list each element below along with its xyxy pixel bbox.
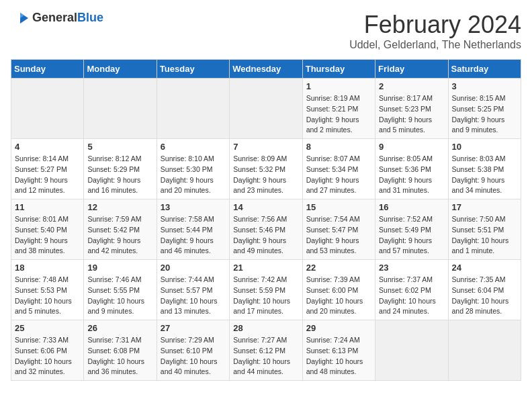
day-info: Sunrise: 7:29 AM Sunset: 6:10 PM Dayligh… [161, 335, 226, 377]
day-number: 14 [233, 202, 298, 212]
calendar-cell: 26Sunrise: 7:31 AM Sunset: 6:08 PM Dayli… [84, 320, 157, 381]
calendar-cell: 16Sunrise: 7:52 AM Sunset: 5:49 PM Dayli… [375, 199, 448, 260]
calendar-cell: 20Sunrise: 7:44 AM Sunset: 5:57 PM Dayli… [157, 260, 229, 320]
day-number: 19 [87, 263, 152, 273]
calendar-cell: 14Sunrise: 7:56 AM Sunset: 5:46 PM Dayli… [230, 199, 302, 260]
calendar-cell: 2Sunrise: 8:17 AM Sunset: 5:23 PM Daylig… [375, 79, 448, 139]
day-number: 15 [306, 202, 371, 212]
logo-text-general: General [32, 11, 77, 24]
calendar-cell: 19Sunrise: 7:46 AM Sunset: 5:55 PM Dayli… [84, 260, 157, 320]
calendar-cell [448, 320, 521, 381]
day-info: Sunrise: 8:10 AM Sunset: 5:30 PM Dayligh… [161, 154, 226, 196]
day-info: Sunrise: 7:44 AM Sunset: 5:57 PM Dayligh… [161, 275, 226, 317]
day-number: 26 [87, 323, 152, 333]
day-info: Sunrise: 8:03 AM Sunset: 5:38 PM Dayligh… [452, 154, 517, 196]
day-info: Sunrise: 7:39 AM Sunset: 6:00 PM Dayligh… [306, 275, 371, 317]
calendar-cell [230, 79, 302, 139]
calendar-cell: 27Sunrise: 7:29 AM Sunset: 6:10 PM Dayli… [157, 320, 229, 381]
calendar-week-row: 1Sunrise: 8:19 AM Sunset: 5:21 PM Daylig… [11, 79, 521, 139]
day-number: 16 [379, 202, 444, 212]
day-info: Sunrise: 7:48 AM Sunset: 5:53 PM Dayligh… [15, 275, 80, 317]
calendar-cell: 13Sunrise: 7:58 AM Sunset: 5:44 PM Dayli… [157, 199, 229, 260]
day-of-week-header: Saturday [448, 60, 521, 79]
calendar-cell: 3Sunrise: 8:15 AM Sunset: 5:25 PM Daylig… [448, 79, 521, 139]
day-info: Sunrise: 8:12 AM Sunset: 5:29 PM Dayligh… [87, 154, 152, 196]
month-title: February 2024 [349, 11, 521, 39]
calendar-cell: 22Sunrise: 7:39 AM Sunset: 6:00 PM Dayli… [302, 260, 375, 320]
day-info: Sunrise: 8:15 AM Sunset: 5:25 PM Dayligh… [452, 93, 517, 136]
day-number: 22 [306, 263, 371, 273]
day-info: Sunrise: 7:24 AM Sunset: 6:13 PM Dayligh… [306, 335, 371, 377]
calendar-cell: 1Sunrise: 8:19 AM Sunset: 5:21 PM Daylig… [302, 79, 375, 139]
day-info: Sunrise: 7:31 AM Sunset: 6:08 PM Dayligh… [87, 335, 152, 377]
calendar-week-row: 25Sunrise: 7:33 AM Sunset: 6:06 PM Dayli… [11, 320, 521, 381]
day-number: 18 [15, 263, 80, 273]
day-of-week-header: Thursday [302, 60, 375, 79]
calendar-cell: 10Sunrise: 8:03 AM Sunset: 5:38 PM Dayli… [448, 139, 521, 199]
day-info: Sunrise: 7:27 AM Sunset: 6:12 PM Dayligh… [233, 335, 298, 377]
day-number: 12 [87, 202, 152, 212]
calendar-cell: 17Sunrise: 7:50 AM Sunset: 5:51 PM Dayli… [448, 199, 521, 260]
day-number: 6 [161, 142, 226, 152]
calendar-header-row: SundayMondayTuesdayWednesdayThursdayFrid… [11, 60, 521, 79]
calendar-cell [11, 79, 84, 139]
day-number: 4 [15, 142, 80, 152]
calendar-cell: 29Sunrise: 7:24 AM Sunset: 6:13 PM Dayli… [302, 320, 375, 381]
day-number: 5 [87, 142, 152, 152]
day-number: 9 [379, 142, 444, 152]
day-info: Sunrise: 7:33 AM Sunset: 6:06 PM Dayligh… [15, 335, 80, 377]
day-number: 28 [233, 323, 298, 333]
day-of-week-header: Monday [84, 60, 157, 79]
calendar-cell: 7Sunrise: 8:09 AM Sunset: 5:32 PM Daylig… [230, 139, 302, 199]
calendar-cell: 24Sunrise: 7:35 AM Sunset: 6:04 PM Dayli… [448, 260, 521, 320]
logo-text-blue: Blue [77, 11, 103, 24]
day-info: Sunrise: 7:35 AM Sunset: 6:04 PM Dayligh… [452, 275, 517, 317]
logo-icon [11, 11, 30, 25]
day-of-week-header: Sunday [11, 60, 84, 79]
calendar-cell: 15Sunrise: 7:54 AM Sunset: 5:47 PM Dayli… [302, 199, 375, 260]
day-of-week-header: Friday [375, 60, 448, 79]
day-info: Sunrise: 7:54 AM Sunset: 5:47 PM Dayligh… [306, 214, 371, 257]
day-number: 7 [233, 142, 298, 152]
day-info: Sunrise: 8:01 AM Sunset: 5:40 PM Dayligh… [15, 214, 80, 257]
day-info: Sunrise: 8:05 AM Sunset: 5:36 PM Dayligh… [379, 154, 444, 196]
day-of-week-header: Wednesday [230, 60, 302, 79]
header: GeneralBlue February 2024 Uddel, Gelderl… [11, 11, 521, 51]
day-info: Sunrise: 7:52 AM Sunset: 5:49 PM Dayligh… [379, 214, 444, 257]
calendar-cell: 25Sunrise: 7:33 AM Sunset: 6:06 PM Dayli… [11, 320, 84, 381]
day-info: Sunrise: 8:07 AM Sunset: 5:34 PM Dayligh… [306, 154, 371, 196]
calendar-week-row: 11Sunrise: 8:01 AM Sunset: 5:40 PM Dayli… [11, 199, 521, 260]
calendar-cell: 8Sunrise: 8:07 AM Sunset: 5:34 PM Daylig… [302, 139, 375, 199]
day-info: Sunrise: 7:46 AM Sunset: 5:55 PM Dayligh… [87, 275, 152, 317]
day-info: Sunrise: 7:37 AM Sunset: 6:02 PM Dayligh… [379, 275, 444, 317]
calendar-cell [84, 79, 157, 139]
day-info: Sunrise: 8:14 AM Sunset: 5:27 PM Dayligh… [15, 154, 80, 196]
day-number: 27 [161, 323, 226, 333]
location-title: Uddel, Gelderland, The Netherlands [349, 39, 521, 51]
title-area: February 2024 Uddel, Gelderland, The Net… [349, 11, 521, 51]
day-number: 29 [306, 323, 371, 333]
calendar-cell: 9Sunrise: 8:05 AM Sunset: 5:36 PM Daylig… [375, 139, 448, 199]
day-info: Sunrise: 7:50 AM Sunset: 5:51 PM Dayligh… [452, 214, 517, 257]
day-number: 17 [452, 202, 517, 212]
calendar-cell [157, 79, 229, 139]
calendar-cell: 12Sunrise: 7:59 AM Sunset: 5:42 PM Dayli… [84, 199, 157, 260]
calendar-cell: 11Sunrise: 8:01 AM Sunset: 5:40 PM Dayli… [11, 199, 84, 260]
calendar-body: 1Sunrise: 8:19 AM Sunset: 5:21 PM Daylig… [11, 79, 521, 381]
day-info: Sunrise: 8:19 AM Sunset: 5:21 PM Dayligh… [306, 93, 371, 136]
calendar-cell: 23Sunrise: 7:37 AM Sunset: 6:02 PM Dayli… [375, 260, 448, 320]
calendar-cell: 28Sunrise: 7:27 AM Sunset: 6:12 PM Dayli… [230, 320, 302, 381]
calendar-cell: 4Sunrise: 8:14 AM Sunset: 5:27 PM Daylig… [11, 139, 84, 199]
day-info: Sunrise: 7:58 AM Sunset: 5:44 PM Dayligh… [161, 214, 226, 257]
day-number: 21 [233, 263, 298, 273]
calendar-table: SundayMondayTuesdayWednesdayThursdayFrid… [11, 59, 521, 381]
day-number: 11 [15, 202, 80, 212]
day-number: 20 [161, 263, 226, 273]
day-number: 1 [306, 81, 371, 91]
day-number: 25 [15, 323, 80, 333]
day-number: 3 [452, 81, 517, 91]
day-number: 13 [161, 202, 226, 212]
calendar-cell [375, 320, 448, 381]
day-number: 24 [452, 263, 517, 273]
calendar-week-row: 18Sunrise: 7:48 AM Sunset: 5:53 PM Dayli… [11, 260, 521, 320]
